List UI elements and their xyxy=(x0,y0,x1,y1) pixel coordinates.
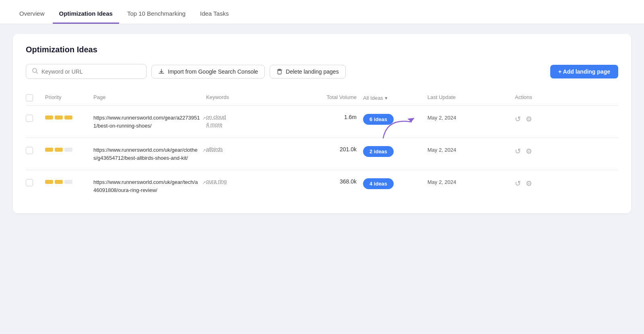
svg-rect-3 xyxy=(278,70,281,74)
delete-icon xyxy=(277,68,283,74)
priority-seg-1 xyxy=(45,115,53,120)
select-all-checkbox[interactable] xyxy=(26,94,33,101)
header-priority: Priority xyxy=(45,94,93,101)
row2-volume: 201.0k xyxy=(311,146,363,153)
priority-seg-1 xyxy=(45,148,53,152)
table-row: https://www.runnersworld.com/uk/gear/clo… xyxy=(26,138,618,170)
refresh-icon-row2[interactable]: ↺ xyxy=(515,147,521,156)
row2-keywords: allbirds xyxy=(206,146,311,152)
row1-checkbox xyxy=(26,114,45,122)
row1-ideas-cell: 6 ideas xyxy=(363,114,427,125)
priority-seg-2 xyxy=(55,148,63,152)
keyword-link-more[interactable]: 4 more xyxy=(206,122,311,128)
import-button-label: Import from Google Search Console xyxy=(168,68,258,75)
row2-ideas-badge[interactable]: 2 ideas xyxy=(363,146,394,157)
refresh-icon-row3[interactable]: ↺ xyxy=(515,179,521,188)
row3-ideas-cell: 4 ideas xyxy=(363,178,427,189)
add-landing-page-button[interactable]: + Add landing page xyxy=(550,65,618,78)
tab-idea-tasks[interactable]: Idea Tasks xyxy=(194,3,235,24)
delete-button-label: Delete landing pages xyxy=(286,68,339,75)
priority-seg-3 xyxy=(64,148,72,152)
row1-select-checkbox[interactable] xyxy=(26,115,33,122)
add-button-label: + Add landing page xyxy=(558,68,610,75)
priority-seg-1 xyxy=(45,180,53,184)
header-all-ideas[interactable]: All Ideas ▾ xyxy=(363,94,427,101)
row2-priority xyxy=(45,146,93,152)
row2-last-update: May 2, 2024 xyxy=(427,146,492,153)
tab-optimization-ideas[interactable]: Optimization Ideas xyxy=(53,3,119,24)
table-row: https://www.runnersworld.com/gear/a22739… xyxy=(26,106,618,138)
chevron-down-icon: ▾ xyxy=(385,95,388,101)
search-input[interactable] xyxy=(41,68,140,75)
svg-rect-2 xyxy=(277,70,282,70)
table-row: https://www.runnersworld.com/uk/gear/tec… xyxy=(26,170,618,202)
optimization-ideas-card: Optimization Ideas Import from Google Se… xyxy=(13,34,631,213)
top-navigation: Overview Optimization Ideas Top 10 Bench… xyxy=(0,0,644,24)
row1-priority xyxy=(45,114,93,120)
row3-keywords: oura ring xyxy=(206,178,311,184)
keyword-link-1[interactable]: on cloud xyxy=(206,114,311,120)
search-box[interactable] xyxy=(26,64,147,79)
row3-last-update: May 2, 2024 xyxy=(427,178,492,185)
settings-icon-row1[interactable]: ⚙ xyxy=(526,115,532,124)
row3-actions: ↺ ⚙ xyxy=(492,178,532,188)
header-checkbox-cell xyxy=(26,94,45,101)
header-keywords: Keywords xyxy=(206,94,311,101)
header-last-update: Last Update xyxy=(427,94,492,101)
row2-ideas-cell: 2 ideas xyxy=(363,146,427,157)
tab-overview[interactable]: Overview xyxy=(13,3,51,24)
header-page: Page xyxy=(93,94,206,101)
priority-seg-3 xyxy=(64,115,72,120)
row1-last-update: May 2, 2024 xyxy=(427,114,492,121)
row1-ideas-badge[interactable]: 6 ideas xyxy=(363,114,394,125)
svg-line-1 xyxy=(36,72,38,74)
page-title: Optimization Ideas xyxy=(26,45,618,54)
row3-priority xyxy=(45,178,93,184)
table-header: Priority Page Keywords Total Volume All … xyxy=(26,90,618,106)
priority-seg-2 xyxy=(55,180,63,184)
row1-page-url: https://www.runnersworld.com/gear/a22739… xyxy=(93,114,206,130)
row1-volume: 1.6m xyxy=(311,114,363,120)
row2-actions: ↺ ⚙ xyxy=(492,146,532,156)
row3-ideas-badge[interactable]: 4 ideas xyxy=(363,178,394,189)
row3-checkbox xyxy=(26,178,45,186)
delete-button[interactable]: Delete landing pages xyxy=(270,65,346,78)
row3-page-url: https://www.runnersworld.com/uk/gear/tec… xyxy=(93,178,206,194)
row3-volume: 368.0k xyxy=(311,178,363,185)
import-button[interactable]: Import from Google Search Console xyxy=(151,65,265,78)
refresh-icon-row1[interactable]: ↺ xyxy=(515,115,521,124)
keyword-link-allbirds[interactable]: allbirds xyxy=(206,146,311,152)
row1-keywords: on cloud 4 more xyxy=(206,114,311,128)
settings-icon-row2[interactable]: ⚙ xyxy=(526,147,532,156)
row1-actions: ↺ ⚙ xyxy=(492,114,532,124)
external-link-icon-3[interactable]: ↗ xyxy=(202,179,206,186)
priority-seg-2 xyxy=(55,115,63,120)
keyword-link-oura[interactable]: oura ring xyxy=(206,178,311,184)
page-content: Optimization Ideas Import from Google Se… xyxy=(0,24,644,223)
svg-marker-4 xyxy=(407,118,415,122)
header-total-volume: Total Volume xyxy=(311,94,363,101)
row3-select-checkbox[interactable] xyxy=(26,179,33,186)
priority-seg-3 xyxy=(64,180,72,184)
row2-checkbox xyxy=(26,146,45,154)
import-icon xyxy=(158,68,165,75)
header-actions: Actions xyxy=(492,94,532,101)
toolbar: Import from Google Search Console Delete… xyxy=(26,64,618,79)
settings-icon-row3[interactable]: ⚙ xyxy=(526,179,532,188)
tab-top10-benchmarking[interactable]: Top 10 Benchmarking xyxy=(121,3,192,24)
external-link-icon-2[interactable]: ↗ xyxy=(202,147,206,154)
search-icon xyxy=(32,68,38,75)
row2-page-url: https://www.runnersworld.com/uk/gear/clo… xyxy=(93,146,206,162)
row2-select-checkbox[interactable] xyxy=(26,147,33,154)
external-link-icon[interactable]: ↗ xyxy=(202,115,206,122)
